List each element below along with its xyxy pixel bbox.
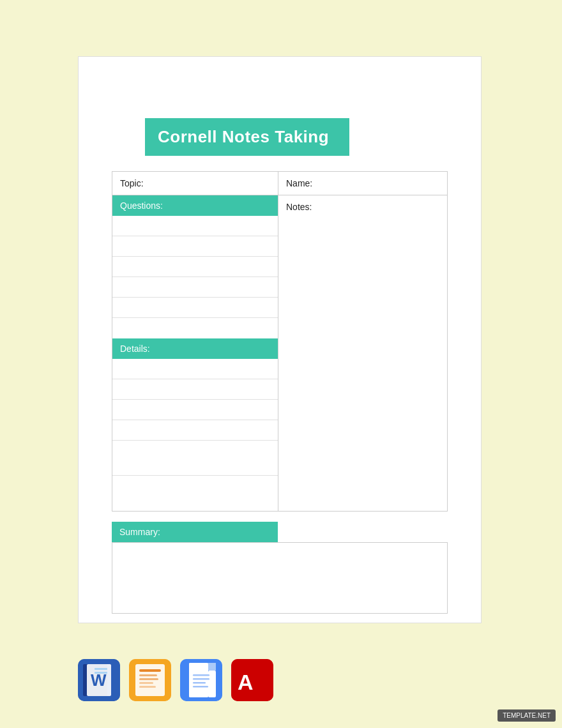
svg-text:A: A xyxy=(238,670,254,694)
d-line-1 xyxy=(112,359,278,379)
svg-rect-18 xyxy=(208,663,216,671)
questions-lines xyxy=(112,216,278,338)
notes-label: Notes: xyxy=(286,202,312,212)
d-line-2 xyxy=(112,379,278,400)
acrobat-icon: A xyxy=(231,659,273,701)
svg-rect-19 xyxy=(208,671,216,697)
gdocs-icon xyxy=(180,659,222,701)
svg-rect-8 xyxy=(139,669,161,672)
summary-header: Summary: xyxy=(112,522,278,542)
name-cell: Name: xyxy=(278,172,447,195)
q-line-3 xyxy=(112,257,278,277)
d-line-6 xyxy=(112,476,278,511)
pages-icon-box[interactable] xyxy=(129,659,171,701)
topic-label: Topic: xyxy=(120,178,144,188)
questions-header: Questions: xyxy=(112,195,278,216)
q-line-1 xyxy=(112,216,278,236)
page-title: Cornell Notes Taking xyxy=(158,127,329,146)
word-icon-box[interactable]: W xyxy=(78,659,120,701)
topic-name-row: Topic: Name: xyxy=(112,171,448,195)
d-line-4 xyxy=(112,420,278,441)
summary-label: Summary: xyxy=(119,527,160,537)
acrobat-icon-box[interactable]: A xyxy=(231,659,273,701)
title-bar: Cornell Notes Taking xyxy=(145,118,349,156)
details-header: Details: xyxy=(112,338,278,359)
form-area: Topic: Name: Questions: xyxy=(112,171,448,512)
topic-cell: Topic: xyxy=(112,172,278,195)
summary-box[interactable] xyxy=(112,542,448,614)
d-line-5 xyxy=(112,441,278,476)
details-lines xyxy=(112,359,278,511)
q-line-2 xyxy=(112,236,278,257)
q-line-6 xyxy=(112,318,278,338)
pages-icon xyxy=(129,659,171,701)
q-line-5 xyxy=(112,298,278,318)
svg-rect-22 xyxy=(193,682,206,684)
main-card: Cornell Notes Taking Topic: Name: Questi… xyxy=(78,56,482,623)
summary-section: Summary: xyxy=(112,522,448,614)
svg-rect-20 xyxy=(193,674,209,676)
d-line-3 xyxy=(112,400,278,420)
template-badge: TEMPLATE.NET xyxy=(497,709,556,722)
svg-rect-5 xyxy=(95,672,107,674)
questions-notes-section: Questions: Details: xyxy=(112,195,448,512)
svg-rect-4 xyxy=(95,668,107,670)
svg-rect-23 xyxy=(193,686,208,688)
svg-rect-10 xyxy=(139,678,158,680)
svg-rect-12 xyxy=(139,686,156,688)
svg-rect-9 xyxy=(139,674,157,676)
badge-text: TEMPLATE.NET xyxy=(503,712,551,719)
questions-col: Questions: Details: xyxy=(112,195,278,511)
details-label: Details: xyxy=(120,344,150,354)
gdocs-icon-box[interactable] xyxy=(180,659,222,701)
svg-rect-21 xyxy=(193,678,209,680)
svg-rect-11 xyxy=(139,682,153,684)
notes-col: Notes: xyxy=(278,195,447,511)
svg-rect-16 xyxy=(189,663,208,697)
bottom-icons: W xyxy=(78,659,273,701)
word-icon: W xyxy=(78,659,120,701)
q-line-4 xyxy=(112,277,278,298)
name-label: Name: xyxy=(286,178,312,188)
questions-label: Questions: xyxy=(120,201,163,211)
